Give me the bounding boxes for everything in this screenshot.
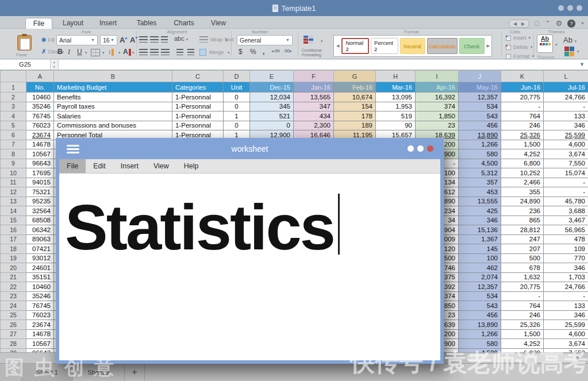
cell[interactable]: 35246 bbox=[26, 291, 54, 301]
header-cell[interactable]: Jan-16 bbox=[294, 82, 334, 93]
cell[interactable]: 93012 bbox=[26, 253, 54, 263]
cell[interactable]: 1,500 bbox=[501, 140, 544, 149]
cell[interactable]: 1,266 bbox=[459, 140, 501, 149]
cell[interactable]: 521 bbox=[250, 111, 294, 121]
cell[interactable]: 543 bbox=[459, 301, 501, 311]
cell[interactable]: 95235 bbox=[26, 197, 54, 206]
number-format-select[interactable]: General▼ bbox=[237, 35, 293, 45]
merge-caret-icon[interactable]: ▾ bbox=[228, 51, 230, 55]
row-header[interactable]: 12 bbox=[1, 187, 26, 197]
cell[interactable]: Salaries bbox=[54, 111, 172, 121]
row-header[interactable]: 9 bbox=[1, 159, 26, 168]
fill-button[interactable]: ✱ Fill ▾ bbox=[41, 37, 58, 43]
row-header[interactable]: 1 bbox=[1, 82, 26, 93]
underline-caret-icon[interactable]: ▾ bbox=[85, 51, 87, 55]
cell[interactable]: 580 bbox=[459, 339, 501, 349]
cell[interactable]: 519 bbox=[376, 111, 416, 121]
bold-button[interactable]: B bbox=[57, 48, 63, 56]
cell[interactable]: 346 bbox=[544, 310, 588, 320]
cell[interactable]: 15,074 bbox=[544, 168, 588, 178]
cell[interactable]: 246 bbox=[501, 121, 544, 130]
cell[interactable]: Payroll taxes bbox=[54, 102, 172, 111]
row-header[interactable]: 19 bbox=[1, 253, 26, 263]
cell[interactable]: 0 bbox=[250, 121, 294, 130]
row-header[interactable]: 3 bbox=[1, 102, 26, 111]
cell[interactable]: 1-Personnal bbox=[172, 93, 224, 102]
cell[interactable]: 24,766 bbox=[544, 93, 588, 102]
sheet-tab-sheet-1[interactable]: Sheet 1 bbox=[22, 364, 73, 381]
cell[interactable]: 145 bbox=[459, 244, 501, 254]
row-header[interactable]: 10 bbox=[1, 168, 26, 178]
cell[interactable]: 1-Personnal bbox=[172, 111, 224, 121]
cell[interactable]: 1,703 bbox=[544, 272, 588, 282]
cell[interactable]: 06342 bbox=[26, 225, 54, 235]
cell[interactable]: 17695 bbox=[26, 168, 54, 178]
cell[interactable]: 1,266 bbox=[459, 329, 501, 339]
cell[interactable]: 4,252 bbox=[501, 339, 544, 349]
row-header[interactable]: 22 bbox=[1, 282, 26, 292]
cell[interactable]: 3,674 bbox=[544, 339, 588, 349]
row-header[interactable]: 4 bbox=[1, 111, 26, 121]
help-icon[interactable]: ? bbox=[567, 20, 575, 28]
worksheet-window-controls[interactable] bbox=[408, 145, 433, 152]
cell[interactable]: 76745 bbox=[26, 301, 54, 311]
insert-cells-button[interactable]: +Insert▾ bbox=[506, 35, 531, 41]
cell[interactable]: 770 bbox=[544, 253, 588, 263]
gallery-right-icon[interactable]: ▶ bbox=[487, 44, 490, 48]
cell[interactable]: 1,632 bbox=[501, 272, 544, 282]
gear-icon[interactable]: ⚙ bbox=[555, 19, 562, 28]
row-header[interactable]: 25 bbox=[1, 310, 26, 320]
style-chip-check[interactable]: Check bbox=[459, 38, 485, 54]
cell[interactable]: - bbox=[544, 291, 588, 301]
cell[interactable]: Commissions and bonuses bbox=[54, 121, 172, 130]
align-center-button[interactable] bbox=[150, 49, 159, 55]
cell[interactable]: 109 bbox=[544, 244, 588, 254]
decrease-indent-button[interactable] bbox=[176, 49, 183, 55]
row-header[interactable]: 23 bbox=[1, 291, 26, 301]
row-header[interactable]: 13 bbox=[1, 197, 26, 206]
currency-button[interactable]: $ bbox=[239, 48, 243, 56]
cell[interactable]: 3,674 bbox=[544, 149, 588, 159]
font-name-select[interactable]: Arial▼ bbox=[56, 35, 98, 45]
cell[interactable]: 347 bbox=[294, 102, 334, 111]
cell[interactable]: 178 bbox=[334, 111, 376, 121]
percent-button[interactable]: % bbox=[250, 48, 256, 56]
select-all-corner[interactable] bbox=[1, 71, 26, 82]
style-chip-normal-2[interactable]: Normal 2 bbox=[341, 38, 369, 54]
cell[interactable]: 434 bbox=[294, 111, 334, 121]
cell[interactable]: 15,136 bbox=[459, 225, 501, 235]
name-box[interactable]: G25 bbox=[0, 60, 51, 70]
cell[interactable]: 35151 bbox=[26, 272, 54, 282]
cell[interactable]: 1-Personnal bbox=[172, 102, 224, 111]
cell[interactable]: - bbox=[544, 102, 588, 111]
cell[interactable]: 4,500 bbox=[459, 348, 501, 352]
header-cell[interactable]: Mar-16 bbox=[376, 82, 416, 93]
cell[interactable]: 68508 bbox=[26, 215, 54, 225]
themes-caret-icon[interactable]: ▾ bbox=[555, 43, 558, 47]
cell[interactable]: 580 bbox=[459, 149, 501, 159]
themes-button[interactable]: Ab bbox=[537, 34, 553, 53]
header-cell[interactable]: Marketing Budget bbox=[54, 82, 172, 93]
cell[interactable]: 374 bbox=[416, 102, 459, 111]
cell[interactable]: 13,565 bbox=[294, 93, 334, 102]
row-header[interactable]: 2 bbox=[1, 93, 26, 102]
merge-button[interactable]: Merge bbox=[209, 49, 224, 55]
window-controls[interactable] bbox=[558, 5, 582, 11]
cell[interactable]: 89063 bbox=[26, 234, 54, 244]
col-header-H[interactable]: H bbox=[376, 71, 416, 82]
cell[interactable]: 35246 bbox=[26, 102, 54, 111]
cell[interactable]: 456 bbox=[459, 310, 501, 320]
cell[interactable]: 10567 bbox=[26, 339, 54, 349]
cell[interactable]: 4,500 bbox=[459, 159, 501, 168]
cell[interactable]: 14678 bbox=[26, 140, 54, 149]
cell[interactable]: 346 bbox=[544, 121, 588, 130]
cell[interactable]: 0 bbox=[224, 93, 250, 102]
cell[interactable]: 25,599 bbox=[544, 130, 588, 140]
ribbon-tab-tables[interactable]: Tables bbox=[129, 18, 164, 29]
col-header-A[interactable]: A bbox=[26, 71, 54, 82]
cell[interactable]: 90 bbox=[376, 121, 416, 130]
ribbon-tab-insert[interactable]: Insert bbox=[92, 18, 124, 29]
borders-button[interactable] bbox=[91, 49, 100, 56]
collapse-ribbon-icon[interactable]: ⌃ bbox=[545, 20, 550, 27]
col-header-I[interactable]: I bbox=[416, 71, 459, 82]
